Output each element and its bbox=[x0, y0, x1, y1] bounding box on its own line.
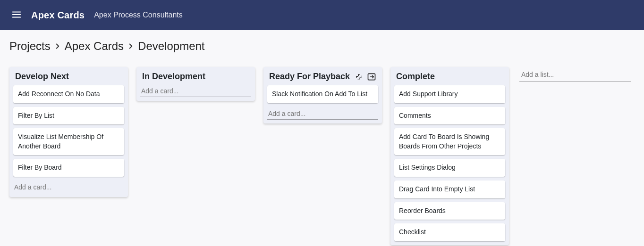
add-card-field bbox=[267, 108, 378, 120]
chevron-right-icon bbox=[127, 42, 135, 50]
list-complete: Complete Add Support Library Comments Ad… bbox=[390, 67, 509, 245]
svg-rect-6 bbox=[359, 77, 360, 80]
card[interactable]: Comments bbox=[394, 107, 505, 125]
org-name[interactable]: Apex Process Consultants bbox=[94, 11, 183, 19]
card-container: Add Support Library Comments Add Card To… bbox=[390, 85, 509, 241]
card-container: Slack Notification On Add To List bbox=[263, 85, 382, 103]
board: Develop Next Add Reconnect On No Data Fi… bbox=[0, 58, 644, 246]
add-list-field bbox=[517, 67, 633, 82]
add-card-field bbox=[140, 85, 251, 97]
list-header[interactable]: Complete bbox=[390, 67, 509, 85]
card[interactable]: Add Reconnect On No Data bbox=[13, 85, 124, 103]
card[interactable]: Filter By List bbox=[13, 107, 124, 125]
breadcrumb: Projects Apex Cards Development bbox=[0, 30, 644, 58]
add-card-input[interactable] bbox=[267, 108, 378, 120]
add-card-input[interactable] bbox=[140, 85, 251, 97]
svg-point-10 bbox=[359, 74, 360, 74]
add-card-input[interactable] bbox=[13, 181, 124, 193]
list-header[interactable]: Ready For Playback bbox=[263, 67, 382, 85]
list-header[interactable]: In Development bbox=[136, 67, 255, 85]
card[interactable]: Checklist bbox=[394, 223, 505, 241]
list-title: In Development bbox=[142, 72, 205, 82]
breadcrumb-board-name[interactable]: Development bbox=[138, 40, 204, 53]
app-title[interactable]: Apex Cards bbox=[31, 10, 85, 21]
move-out-icon[interactable] bbox=[367, 72, 376, 82]
chevron-right-icon bbox=[53, 42, 62, 50]
svg-point-8 bbox=[361, 75, 362, 76]
hamburger-icon bbox=[11, 9, 22, 21]
svg-point-7 bbox=[356, 77, 357, 78]
list-in-development: In Development bbox=[136, 67, 255, 101]
add-card-field bbox=[13, 181, 124, 193]
card[interactable]: Reorder Boards bbox=[394, 202, 505, 220]
list-header[interactable]: Develop Next bbox=[9, 67, 128, 85]
slack-icon[interactable] bbox=[355, 73, 363, 81]
list-title: Develop Next bbox=[15, 72, 69, 82]
svg-point-9 bbox=[358, 79, 359, 80]
card[interactable]: List Settings Dialog bbox=[394, 159, 505, 177]
top-bar: Apex Cards Apex Process Consultants bbox=[0, 0, 644, 30]
svg-rect-5 bbox=[358, 74, 359, 76]
list-ready-for-playback: Ready For Playback bbox=[263, 67, 382, 123]
card[interactable]: Add Support Library bbox=[394, 85, 505, 103]
card-container: Add Reconnect On No Data Filter By List … bbox=[9, 85, 128, 177]
card[interactable]: Add Card To Board Is Showing Boards From… bbox=[394, 128, 505, 155]
card[interactable]: Filter By Board bbox=[13, 159, 124, 177]
menu-button[interactable] bbox=[8, 6, 25, 25]
card[interactable]: Drag Card Into Empty List bbox=[394, 180, 505, 198]
list-title: Ready For Playback bbox=[269, 72, 350, 82]
add-list-input[interactable] bbox=[519, 68, 631, 82]
svg-rect-4 bbox=[360, 77, 362, 78]
list-develop-next: Develop Next Add Reconnect On No Data Fi… bbox=[9, 67, 128, 197]
card[interactable]: Slack Notification On Add To List bbox=[267, 85, 378, 103]
breadcrumb-project-name[interactable]: Apex Cards bbox=[65, 40, 124, 53]
list-title: Complete bbox=[396, 72, 435, 82]
svg-rect-3 bbox=[356, 76, 358, 77]
card[interactable]: Visualize List Membership Of Another Boa… bbox=[13, 128, 124, 155]
list-action-icons bbox=[355, 72, 376, 82]
breadcrumb-projects[interactable]: Projects bbox=[9, 40, 51, 53]
